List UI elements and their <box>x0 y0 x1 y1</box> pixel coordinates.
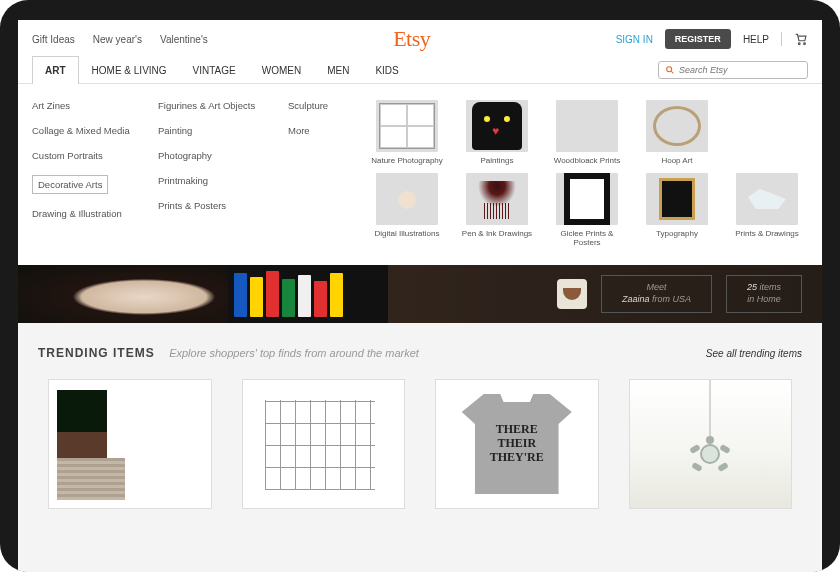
thumb-label: Paintings <box>481 156 514 165</box>
trending-card-3[interactable]: THERE THEIR THEY'RE <box>435 379 599 509</box>
tshirt-line-3: THEY'RE <box>490 450 544 464</box>
thumb-grid: Nature Photography Paintings Woodbloack … <box>366 100 808 247</box>
thumb-image <box>466 100 528 152</box>
mega-col-2: Figurines & Art Objects Painting Photogr… <box>158 100 280 247</box>
thumb-label: Digital Illustrations <box>375 229 440 238</box>
cat-figurines[interactable]: Figurines & Art Objects <box>158 100 280 111</box>
turtle-pendant <box>690 436 730 472</box>
items-count: 25 <box>747 282 757 292</box>
thumb-image <box>376 173 438 225</box>
cat-more[interactable]: More <box>288 125 358 136</box>
tshirt-line-2: THEIR <box>497 436 536 450</box>
thumb-hoop-art[interactable]: Hoop Art <box>636 100 718 165</box>
svg-point-1 <box>804 43 806 45</box>
top-links: Gift Ideas New year's Valentine's <box>32 34 208 45</box>
banner-info: Meet Zaaina from USA 25 items in Home <box>388 265 822 323</box>
search-input[interactable] <box>679 65 801 75</box>
trending-card-1[interactable] <box>48 379 212 509</box>
trending-card-2[interactable] <box>242 379 406 509</box>
tshirt-line-1: THERE <box>496 422 538 436</box>
thumb-label: Nature Photography <box>371 156 443 165</box>
top-bar: Gift Ideas New year's Valentine's Etsy S… <box>18 20 822 56</box>
thumb-image <box>556 173 618 225</box>
thumb-typography[interactable]: Typography <box>636 173 718 247</box>
cat-collage[interactable]: Collage & Mixed Media <box>32 125 150 136</box>
thumb-label: Hoop Art <box>661 156 692 165</box>
trending-heading: TRENDING ITEMS Explore shoppers' top fin… <box>38 343 419 361</box>
thumb-digital-illustrations[interactable]: Digital Illustrations <box>366 173 448 247</box>
cat-photography[interactable]: Photography <box>158 150 280 161</box>
cat-custom-portraits[interactable]: Custom Portraits <box>32 150 150 161</box>
search-icon <box>665 65 675 75</box>
auth-bar: SIGN IN REGISTER HELP <box>616 29 808 49</box>
sign-in-link[interactable]: SIGN IN <box>616 34 653 45</box>
nav-row: ART HOME & LIVING VINTAGE WOMEN MEN KIDS <box>18 56 822 84</box>
device-frame: Gift Ideas New year's Valentine's Etsy S… <box>0 0 840 572</box>
tab-art[interactable]: ART <box>32 56 79 84</box>
link-gift-ideas[interactable]: Gift Ideas <box>32 34 75 45</box>
meet-label: Meet <box>646 282 666 292</box>
thumb-label: Prints & Drawings <box>735 229 799 238</box>
items-suffix: items <box>757 282 781 292</box>
mega-col-1: Art Zines Collage & Mixed Media Custom P… <box>32 100 150 247</box>
svg-point-2 <box>667 66 672 71</box>
thumb-label: Pen & Ink Drawings <box>462 229 532 238</box>
tab-men[interactable]: MEN <box>314 56 362 84</box>
tshirt-graphic: THERE THEIR THEY'RE <box>462 394 572 494</box>
tshirt-text: THERE THEIR THEY'RE <box>490 423 544 464</box>
thumb-nature-photography[interactable]: Nature Photography <box>366 100 448 165</box>
thumb-label: Typography <box>656 229 698 238</box>
thumb-image <box>556 100 618 152</box>
thumb-image <box>466 173 528 225</box>
link-valentines[interactable]: Valentine's <box>160 34 208 45</box>
tab-kids[interactable]: KIDS <box>362 56 411 84</box>
mega-menu: Art Zines Collage & Mixed Media Custom P… <box>18 84 822 265</box>
thumb-image <box>376 100 438 152</box>
thumb-pen-ink-drawings[interactable]: Pen & Ink Drawings <box>456 173 538 247</box>
seller-meet-pill[interactable]: Meet Zaaina from USA <box>601 275 712 312</box>
seller-name: Zaaina <box>622 294 650 304</box>
seller-banner: Meet Zaaina from USA 25 items in Home <box>18 265 822 323</box>
svg-point-0 <box>798 43 800 45</box>
search-box[interactable] <box>658 61 808 79</box>
thumb-label: Woodbloack Prints <box>554 156 621 165</box>
screen: Gift Ideas New year's Valentine's Etsy S… <box>18 20 822 572</box>
cat-printmaking[interactable]: Printmaking <box>158 175 280 186</box>
divider <box>781 32 782 46</box>
trending-cards: THERE THEIR THEY'RE <box>18 369 822 572</box>
cat-decorative-arts[interactable]: Decorative Arts <box>32 175 108 194</box>
trending-card-4[interactable] <box>629 379 793 509</box>
thumb-image <box>646 173 708 225</box>
thumb-prints-drawings[interactable]: Prints & Drawings <box>726 173 808 247</box>
tab-vintage[interactable]: VINTAGE <box>180 56 249 84</box>
thumb-giclee-prints[interactable]: Giclee Prints & Posters <box>546 173 628 247</box>
thumb-paintings[interactable]: Paintings <box>456 100 538 165</box>
mega-col-3: Sculpture More <box>288 100 358 247</box>
seller-items-pill[interactable]: 25 items in Home <box>726 275 802 312</box>
thumb-image <box>736 173 798 225</box>
trending-subtitle: Explore shoppers' top finds from around … <box>169 347 419 359</box>
cat-painting[interactable]: Painting <box>158 125 280 136</box>
logo[interactable]: Etsy <box>393 26 430 52</box>
tab-home-living[interactable]: HOME & LIVING <box>79 56 180 84</box>
help-link[interactable]: HELP <box>743 34 769 45</box>
trending-title: TRENDING ITEMS <box>38 346 155 360</box>
category-tabs: ART HOME & LIVING VINTAGE WOMEN MEN KIDS <box>32 56 412 83</box>
seller-from: from USA <box>649 294 691 304</box>
banner-image-2 <box>228 265 388 323</box>
register-button[interactable]: REGISTER <box>665 29 731 49</box>
thumb-image <box>646 100 708 152</box>
seller-avatar <box>557 279 587 309</box>
cat-prints-posters[interactable]: Prints & Posters <box>158 200 280 211</box>
thumb-woodblock-prints[interactable]: Woodbloack Prints <box>546 100 628 165</box>
cat-sculpture[interactable]: Sculpture <box>288 100 358 111</box>
link-new-years[interactable]: New year's <box>93 34 142 45</box>
svg-line-3 <box>671 71 673 73</box>
thumb-label: Giclee Prints & Posters <box>546 229 628 247</box>
cart-icon[interactable] <box>794 32 808 46</box>
trending-header: TRENDING ITEMS Explore shoppers' top fin… <box>18 323 822 369</box>
tab-women[interactable]: WOMEN <box>249 56 314 84</box>
cat-art-zines[interactable]: Art Zines <box>32 100 150 111</box>
see-all-trending-link[interactable]: See all trending items <box>706 348 802 359</box>
cat-drawing-illustration[interactable]: Drawing & Illustration <box>32 208 150 219</box>
